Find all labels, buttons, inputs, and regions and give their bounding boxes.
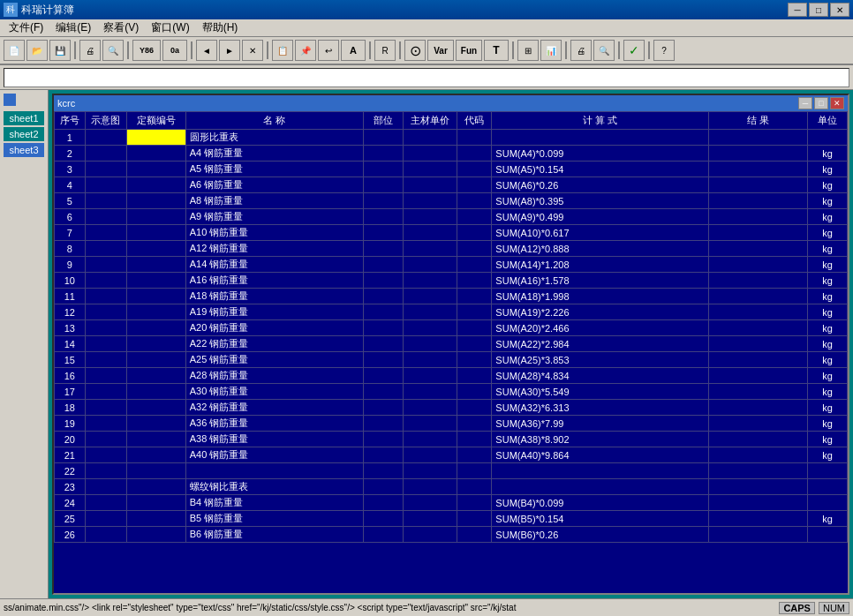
table-cell[interactable]: SUM(A36)*7.99 bbox=[492, 416, 709, 432]
table-cell[interactable] bbox=[126, 241, 185, 257]
table-cell[interactable] bbox=[364, 511, 404, 527]
minimize-button[interactable]: ─ bbox=[788, 3, 807, 17]
table-cell[interactable] bbox=[808, 527, 848, 543]
table-cell[interactable] bbox=[85, 384, 126, 400]
table-row[interactable]: 7A10 钢筋重量SUM(A10)*0.617kg bbox=[55, 225, 848, 241]
table-cell[interactable]: SUM(A9)*0.499 bbox=[492, 209, 709, 225]
table-cell[interactable] bbox=[364, 336, 404, 352]
table-cell[interactable]: 21 bbox=[55, 447, 86, 463]
table-cell[interactable] bbox=[709, 384, 808, 400]
table-cell[interactable] bbox=[492, 463, 709, 479]
table-cell[interactable] bbox=[85, 177, 126, 193]
table-cell[interactable] bbox=[403, 495, 457, 511]
table-row[interactable]: 22 bbox=[55, 463, 848, 479]
formula-input[interactable] bbox=[4, 68, 849, 87]
table-cell[interactable]: 26 bbox=[55, 527, 86, 543]
table-row[interactable]: 18A32 钢筋重量SUM(A32)*6.313kg bbox=[55, 400, 848, 416]
table-cell[interactable] bbox=[85, 368, 126, 384]
table-cell[interactable] bbox=[364, 193, 404, 209]
table-cell[interactable]: kg bbox=[808, 320, 848, 336]
table-cell[interactable] bbox=[457, 320, 492, 336]
table-cell[interactable] bbox=[457, 209, 492, 225]
table-cell[interactable] bbox=[126, 289, 185, 304]
table-cell[interactable] bbox=[364, 177, 404, 193]
table-cell[interactable] bbox=[126, 527, 185, 543]
table-cell[interactable] bbox=[457, 304, 492, 320]
table-cell[interactable] bbox=[709, 432, 808, 447]
table-cell[interactable]: SUM(A4)*0.099 bbox=[492, 146, 709, 162]
table-cell[interactable] bbox=[403, 304, 457, 320]
table-cell[interactable]: SUM(A16)*1.578 bbox=[492, 273, 709, 289]
table-cell[interactable]: kg bbox=[808, 257, 848, 273]
table-cell[interactable] bbox=[126, 209, 185, 225]
oa-button[interactable]: 0a bbox=[162, 40, 187, 61]
table-cell[interactable] bbox=[457, 225, 492, 241]
table-cell[interactable] bbox=[126, 304, 185, 320]
table-cell[interactable] bbox=[808, 479, 848, 495]
table-cell[interactable] bbox=[126, 416, 185, 432]
print2-button[interactable]: 🖨 bbox=[570, 40, 592, 61]
table-cell[interactable] bbox=[709, 352, 808, 368]
table-cell[interactable] bbox=[126, 384, 185, 400]
table-cell[interactable] bbox=[364, 368, 404, 384]
table-cell[interactable] bbox=[457, 432, 492, 447]
table-cell[interactable]: 16 bbox=[55, 368, 86, 384]
table-cell[interactable]: A22 钢筋重量 bbox=[185, 336, 363, 352]
table-cell[interactable] bbox=[85, 225, 126, 241]
table-row[interactable]: 19A36 钢筋重量SUM(A36)*7.99kg bbox=[55, 416, 848, 432]
table-row[interactable]: 26B6 钢筋重量SUM(B6)*0.26 bbox=[55, 527, 848, 543]
table-cell[interactable] bbox=[85, 162, 126, 177]
table-cell[interactable]: kg bbox=[808, 400, 848, 416]
table-cell[interactable]: 11 bbox=[55, 289, 86, 304]
table-cell[interactable]: 13 bbox=[55, 320, 86, 336]
table-cell[interactable]: SUM(A6)*0.26 bbox=[492, 177, 709, 193]
circle-button[interactable]: ⊙ bbox=[404, 40, 426, 61]
table-cell[interactable] bbox=[808, 495, 848, 511]
table-cell[interactable] bbox=[457, 241, 492, 257]
table-cell[interactable] bbox=[85, 495, 126, 511]
table-cell[interactable]: kg bbox=[808, 289, 848, 304]
table-cell[interactable]: 6 bbox=[55, 209, 86, 225]
table-cell[interactable]: SUM(A14)*1.208 bbox=[492, 257, 709, 273]
table-cell[interactable] bbox=[709, 479, 808, 495]
table-cell[interactable] bbox=[85, 416, 126, 432]
table-cell[interactable] bbox=[403, 384, 457, 400]
table-cell[interactable]: A5 钢筋重量 bbox=[185, 162, 363, 177]
table-cell[interactable] bbox=[457, 146, 492, 162]
table-cell[interactable] bbox=[126, 162, 185, 177]
table-cell[interactable]: A36 钢筋重量 bbox=[185, 416, 363, 432]
table-cell[interactable] bbox=[403, 400, 457, 416]
table-cell[interactable] bbox=[457, 273, 492, 289]
table-cell[interactable]: 4 bbox=[55, 177, 86, 193]
table-cell[interactable]: 9 bbox=[55, 257, 86, 273]
table-cell[interactable] bbox=[126, 400, 185, 416]
table-cell[interactable] bbox=[403, 368, 457, 384]
table-cell[interactable]: A19 钢筋重量 bbox=[185, 304, 363, 320]
table-cell[interactable] bbox=[364, 304, 404, 320]
spreadsheet-minimize[interactable]: ─ bbox=[798, 97, 812, 109]
table-cell[interactable] bbox=[457, 193, 492, 209]
table-cell[interactable] bbox=[403, 336, 457, 352]
table-cell[interactable] bbox=[364, 289, 404, 304]
new-button[interactable]: 📄 bbox=[4, 40, 25, 61]
table-cell[interactable]: kg bbox=[808, 511, 848, 527]
table-cell[interactable] bbox=[403, 241, 457, 257]
table-cell[interactable]: 螺纹钢比重表 bbox=[185, 479, 363, 495]
table-cell[interactable] bbox=[457, 352, 492, 368]
table-cell[interactable]: SUM(B4)*0.099 bbox=[492, 495, 709, 511]
table-cell[interactable] bbox=[457, 130, 492, 146]
table-cell[interactable]: kg bbox=[808, 241, 848, 257]
table-cell[interactable]: B4 钢筋重量 bbox=[185, 495, 363, 511]
table-row[interactable]: 3A5 钢筋重量SUM(A5)*0.154kg bbox=[55, 162, 848, 177]
open-button[interactable]: 📂 bbox=[26, 40, 48, 61]
table-cell[interactable] bbox=[364, 447, 404, 463]
table-cell[interactable] bbox=[403, 273, 457, 289]
table-cell[interactable]: A20 钢筋重量 bbox=[185, 320, 363, 336]
table-cell[interactable]: 10 bbox=[55, 273, 86, 289]
table-cell[interactable] bbox=[808, 463, 848, 479]
table-cell[interactable] bbox=[126, 368, 185, 384]
table-cell[interactable]: A10 钢筋重量 bbox=[185, 225, 363, 241]
table-cell[interactable] bbox=[126, 463, 185, 479]
save-button[interactable]: 💾 bbox=[49, 40, 71, 61]
table-cell[interactable]: 3 bbox=[55, 162, 86, 177]
